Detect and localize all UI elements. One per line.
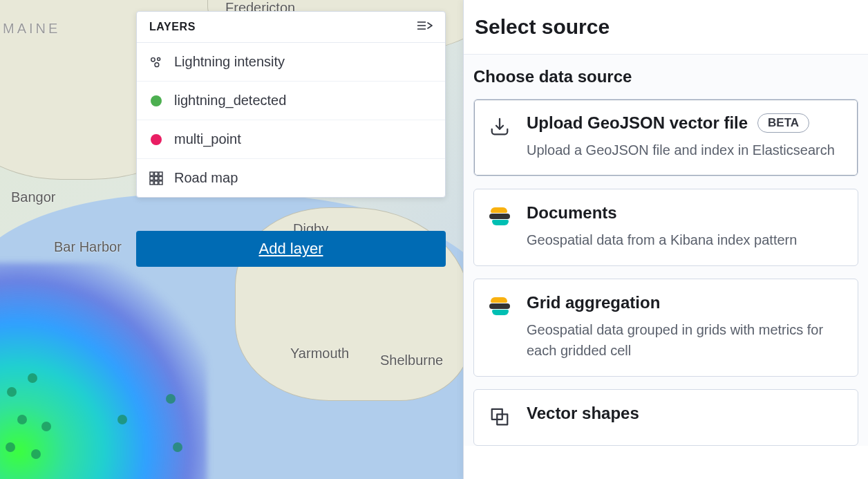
data-point	[117, 415, 127, 424]
svg-rect-11	[159, 176, 162, 180]
data-point	[28, 373, 37, 383]
svg-rect-14	[159, 181, 162, 185]
data-point	[173, 442, 182, 452]
download-icon	[488, 115, 511, 138]
grid-icon	[149, 171, 163, 185]
flyout-body: Choose data source Upload GeoJSON vector…	[464, 55, 868, 446]
add-layer-label: Add layer	[259, 240, 323, 258]
data-point	[41, 422, 51, 431]
layer-item-multi-point[interactable]: multi_point	[137, 120, 445, 159]
source-card-vector-shapes[interactable]: Vector shapes	[473, 389, 858, 446]
svg-point-4	[158, 57, 160, 60]
map-place-label: Bangor	[11, 189, 56, 205]
data-point	[17, 415, 27, 424]
svg-rect-10	[155, 176, 158, 180]
svg-point-5	[155, 62, 159, 66]
source-card-upload-geojson[interactable]: Upload GeoJSON vector file BETA Upload a…	[473, 99, 858, 176]
layer-item-road-map[interactable]: Road map	[137, 159, 445, 197]
source-desc: Geospatial data from a Kibana index patt…	[527, 229, 844, 250]
svg-rect-9	[150, 176, 153, 180]
source-title: Vector shapes	[527, 404, 639, 423]
layer-item-label: multi_point	[174, 131, 241, 147]
layer-item-label: Road map	[174, 170, 238, 186]
svg-rect-6	[150, 172, 153, 176]
source-title: Grid aggregation	[527, 293, 660, 312]
cluster-icon	[149, 55, 163, 69]
data-point	[6, 442, 15, 452]
svg-rect-7	[155, 172, 158, 176]
layers-panel: LAYERS Lightning intensity lightning_det…	[136, 11, 446, 198]
collapse-panel-icon[interactable]	[417, 20, 433, 34]
flyout-subheader: Choose data source	[473, 67, 858, 86]
source-title: Upload GeoJSON vector file	[527, 113, 748, 133]
data-point	[166, 394, 176, 404]
source-desc: Upload a GeoJSON file and index in Elast…	[527, 140, 844, 160]
beta-badge: BETA	[757, 113, 809, 133]
source-card-grid-aggregation[interactable]: Grid aggregation Geospatial data grouped…	[473, 279, 858, 377]
layer-item-lightning-detected[interactable]: lightning_detected	[137, 82, 445, 120]
svg-point-3	[151, 57, 155, 61]
layers-panel-header: LAYERS	[137, 12, 445, 43]
dot-icon	[149, 133, 163, 147]
dot-icon	[149, 94, 163, 108]
elastic-logo-icon	[488, 294, 511, 318]
svg-rect-13	[155, 181, 158, 185]
flyout-title: Select source	[475, 15, 857, 39]
data-point	[31, 449, 41, 459]
source-desc: Geospatial data grouped in grids with me…	[527, 319, 844, 361]
shapes-icon	[488, 405, 511, 429]
layer-item-label: Lightning intensity	[174, 54, 285, 70]
add-layer-button[interactable]: Add layer	[136, 231, 446, 267]
flyout-header: Select source	[464, 0, 868, 55]
layers-panel-title: LAYERS	[149, 21, 196, 33]
source-title: Documents	[527, 203, 617, 223]
select-source-flyout: Select source Choose data source Upload …	[463, 0, 868, 479]
source-card-documents[interactable]: Documents Geospatial data from a Kibana …	[473, 189, 858, 266]
data-point	[7, 387, 17, 397]
layer-item-lightning-intensity[interactable]: Lightning intensity	[137, 43, 445, 82]
svg-rect-8	[159, 172, 162, 176]
elastic-logo-icon	[488, 205, 511, 228]
layer-item-label: lightning_detected	[174, 93, 286, 109]
svg-rect-12	[150, 181, 153, 185]
